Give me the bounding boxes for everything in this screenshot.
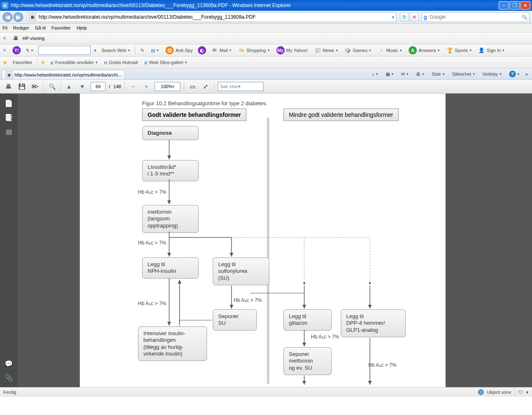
menubar: Fil Rediger Gå til Favoritter Hjelp	[0, 24, 532, 32]
yahoo-purple-icon[interactable]: ◐	[198, 46, 206, 54]
favorites-star-icon[interactable]: ★	[2, 59, 8, 66]
side-attach-icon[interactable]: 📎	[4, 373, 13, 382]
address-bar[interactable]: ▦ ▾	[27, 12, 397, 22]
help-icon: ?	[509, 71, 516, 77]
games-icon: 🎲	[345, 47, 351, 54]
menu-file[interactable]: Fil	[2, 25, 7, 30]
expand-icon[interactable]: »	[525, 72, 528, 77]
pdf-save-button[interactable]: 💾	[17, 82, 27, 91]
yahoo-bookmark-icon[interactable]: ▤	[149, 48, 160, 53]
favorites-button[interactable]: Favoritter	[11, 60, 34, 65]
add-favorite-icon[interactable]: ★	[41, 59, 45, 65]
yahoo-edit-icon[interactable]: ✎	[139, 48, 146, 53]
menu-help[interactable]: Hjelp	[76, 25, 87, 30]
yahoo-answers-button[interactable]: AAnswers	[407, 46, 441, 54]
pdf-zoom-out-button[interactable]: −	[128, 82, 138, 91]
safety-menu[interactable]: Sikkerhet	[451, 72, 477, 77]
browser-search-input[interactable]	[429, 14, 522, 20]
yahoo-close-icon[interactable]: ✕	[2, 47, 7, 53]
yahoo-toolbar: ✕ Y! ✎ ▾ Search Web ✎ ▤ ۞Anti-Spy ◐ ✉Mai…	[0, 44, 532, 57]
figure-caption: Figur 10.2 Behandlingsalgoritme for type…	[142, 100, 267, 106]
yahoo-search-web-button[interactable]: Search Web	[100, 48, 132, 53]
column-header-left: Godt validerte behandlingsformer	[142, 109, 246, 121]
suggested-sites-link[interactable]: eForeslåtte områder	[49, 59, 99, 66]
label-hba1c-5: Hb A₁c > 7%	[311, 334, 339, 340]
url-dropdown-icon[interactable]: ▾	[392, 15, 394, 20]
refresh-button[interactable]: ↻	[400, 12, 409, 22]
node-metformin: metformin (langsom opptrapping)	[142, 205, 199, 233]
yahoo-news-button[interactable]: 📰News	[313, 47, 340, 54]
yahoo-signin-button[interactable]: 👤Sign In	[477, 47, 506, 54]
maximize-button[interactable]: ❐	[510, 1, 520, 10]
node-glitazon: Legg til glitazon	[283, 309, 332, 331]
label-hba1c-3: Hb A₁c > 7%	[138, 301, 166, 306]
ie-icon: e	[2, 2, 8, 9]
status-bar: Ferdig Ukjent sone 🛡 ▾	[0, 387, 532, 397]
pdf-print-button[interactable]: 🖶	[3, 82, 13, 91]
label-hba1c-2: Hb A₁c > 7%	[138, 240, 166, 246]
hotmail-link[interactable]: eGratis Hotmail	[103, 59, 140, 66]
antispy-icon: ۞	[165, 46, 174, 54]
shopping-icon: 🛍	[238, 47, 245, 54]
hp-close-icon[interactable]: ✕	[2, 35, 7, 41]
side-copy-icon[interactable]: 📄	[4, 99, 13, 108]
node-lifestyle: Livsstilsråd* i 1-3 mnd**	[142, 160, 199, 181]
yahoo-myyahoo-button[interactable]: MyMy Yahoo!	[275, 46, 310, 54]
yahoo-pencil-button[interactable]: ✎	[24, 48, 35, 53]
yahoo-icon[interactable]: Y!	[12, 46, 21, 54]
menu-favorites[interactable]: Favoritter	[52, 25, 71, 30]
label-hba1c-1: Hb A₁c > 7%	[138, 189, 166, 195]
pdf-fit-page-button[interactable]: ⤢	[201, 82, 211, 91]
status-dropdown-icon[interactable]: ▾	[526, 390, 529, 395]
stop-button[interactable]: ✕	[410, 12, 419, 22]
readmail-button[interactable]: ✉	[399, 72, 410, 77]
tab-favicon: ▦	[5, 71, 13, 79]
pdf-toolbar: 🖶 💾 ✉ 🔍 ▲ ▼ / 148 − + 100% ▭ ⤢ Søk etter	[0, 80, 532, 94]
page-menu[interactable]: Side	[430, 72, 446, 77]
yahoo-shopping-button[interactable]: 🛍Shopping	[236, 47, 271, 54]
yahoo-mail-button[interactable]: ✉Mail	[209, 47, 233, 54]
home-button[interactable]: ⌂	[370, 72, 380, 77]
search-go-icon[interactable]: 🔍	[522, 15, 527, 20]
window-titlebar: e http://www.helsedirektoratet.no/vp/mul…	[0, 0, 532, 11]
url-input[interactable]	[38, 14, 392, 20]
help-button[interactable]: ?	[507, 71, 521, 77]
sports-icon: 🏆	[446, 47, 453, 54]
close-button[interactable]: ✕	[520, 1, 530, 10]
yahoo-sports-button[interactable]: 🏆Sports	[445, 47, 473, 54]
print-button[interactable]: 🖶	[414, 72, 426, 77]
pdf-page-input[interactable]	[91, 82, 106, 91]
forward-button[interactable]: ▶	[13, 12, 23, 22]
ie-small-icon: e	[50, 59, 53, 66]
browser-tab[interactable]: ▦ http://www.helsedirektoratet.no/vp/mul…	[2, 70, 125, 79]
webslice-link[interactable]: eWeb Slice-galleri	[143, 59, 189, 66]
yahoo-games-button[interactable]: 🎲Games	[343, 47, 373, 54]
menu-goto[interactable]: Gå til	[35, 25, 46, 30]
menu-edit[interactable]: Rediger	[13, 25, 30, 30]
pdf-share-button[interactable]: ✉	[30, 82, 40, 91]
yahoo-search-input[interactable]	[38, 46, 91, 55]
yahoo-antispy-button[interactable]: ۞Anti-Spy	[164, 46, 195, 54]
protected-mode-icon[interactable]: 🛡	[518, 390, 523, 395]
pdf-search-dropdown[interactable]: Søk etter	[218, 82, 264, 91]
pdf-fit-width-button[interactable]: ▭	[187, 82, 197, 91]
tools-menu[interactable]: Verktøy	[481, 72, 503, 77]
pdf-page-down-button[interactable]: ▼	[77, 82, 87, 91]
pdf-find-button[interactable]: 🔍	[47, 82, 57, 91]
feeds-button[interactable]: ▦	[384, 72, 395, 77]
tab-right-tools: ⌂ ▦ ✉ 🖶 Side Sikkerhet Verktøy ? »	[370, 69, 530, 79]
pdf-page-up-button[interactable]: ▲	[64, 82, 74, 91]
pdf-zoom-in-button[interactable]: +	[141, 82, 151, 91]
pdf-zoom-dropdown[interactable]: 100%	[155, 82, 180, 91]
side-bookmarks-icon[interactable]: ▤	[4, 127, 13, 136]
node-nph: Legg til NPH-insulin	[142, 257, 199, 279]
favorites-toolbar: ★ Favoritter ★ eForeslåtte områder eGrat…	[0, 57, 532, 69]
back-button[interactable]: ◀	[2, 12, 12, 22]
minimize-button[interactable]: –	[499, 1, 509, 10]
address-bar-row: ◀ ▶ ▦ ▾ ↻ ✕ g 🔍	[0, 11, 532, 24]
side-pages-icon[interactable]: 📑	[4, 113, 13, 122]
side-comment-icon[interactable]: 💬	[4, 359, 13, 368]
yahoo-music-button[interactable]: ♪Music	[376, 47, 404, 54]
yahoo-search-dropdown-icon[interactable]: ▾	[94, 48, 96, 53]
browser-search-box[interactable]: g 🔍	[421, 12, 530, 22]
